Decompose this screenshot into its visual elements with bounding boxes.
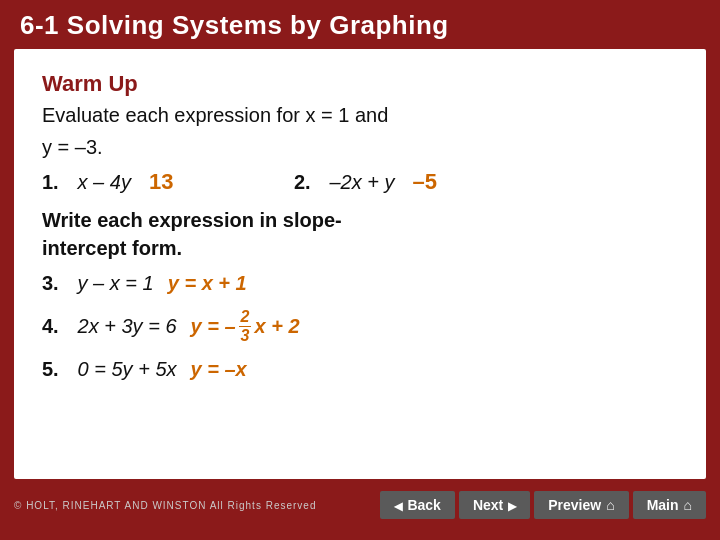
header: 6-1 Solving Systems by Graphing [0,0,720,49]
problem-4-number: 4. [42,311,72,341]
problem-4-answer: y = – 2 3 x + 2 [191,308,300,344]
problem-5-expr: 0 = 5y + 5x [72,354,177,384]
problem-3-expr: y – x = 1 [72,268,154,298]
problem-5-number: 5. [42,354,72,384]
problem-5-answer: y = –x [191,354,247,384]
intro-line2: y = –3. [42,133,678,161]
problem-2-expr: –2x + y [324,167,395,197]
next-button[interactable]: Next [459,491,530,519]
problem-1-expr: x – 4y [72,167,131,197]
problem-row-1-2: 1. x – 4y 13 2. –2x + y –5 [42,165,678,198]
nav-buttons: Back Next Preview Main [380,491,706,519]
preview-icon [606,497,614,513]
footer: © HOLT, RINEHART AND WINSTON All Rights … [0,483,720,523]
problem-1-answer: 13 [149,165,173,198]
problem-row-4: 4. 2x + 3y = 6 y = – 2 3 x + 2 [42,308,678,344]
main-content: Warm Up Evaluate each expression for x =… [14,49,706,479]
next-arrow-icon [508,497,516,513]
back-button[interactable]: Back [380,491,454,519]
problem-row-3: 3. y – x = 1 y = x + 1 [42,268,678,298]
problem-4-expr: 2x + 3y = 6 [72,311,177,341]
problem-3-answer: y = x + 1 [168,268,247,298]
problem-row-5: 5. 0 = 5y + 5x y = –x [42,354,678,384]
problem-2-answer: –5 [413,165,437,198]
copyright-text: © HOLT, RINEHART AND WINSTON All Rights … [14,500,316,511]
warmup-title: Warm Up [42,71,678,97]
intro-line1: Evaluate each expression for x = 1 and [42,101,678,129]
main-icon [684,497,692,513]
section2-header: Write each expression in slope- intercep… [42,206,678,262]
page-title: 6-1 Solving Systems by Graphing [20,10,449,40]
preview-button[interactable]: Preview [534,491,628,519]
problem-2-number: 2. [294,167,324,197]
problem-1-number: 1. [42,167,72,197]
fraction: 2 3 [239,308,252,344]
problem-3-number: 3. [42,268,72,298]
main-button[interactable]: Main [633,491,706,519]
back-arrow-icon [394,497,402,513]
